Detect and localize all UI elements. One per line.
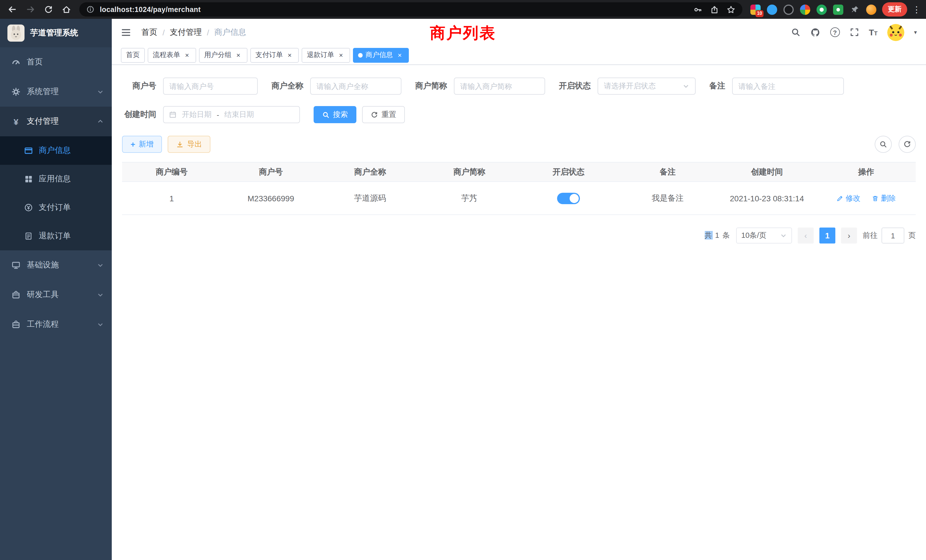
extension-dark-icon[interactable] [784, 4, 794, 15]
short-name-input[interactable] [454, 77, 545, 95]
extension-drop-icon[interactable] [767, 4, 777, 15]
tab-merchant-info[interactable]: 商户信息× [353, 48, 409, 62]
full-name-input[interactable] [310, 77, 401, 95]
browser-update-button[interactable]: 更新 [882, 2, 907, 17]
date-range-picker[interactable]: 开始日期 - 结束日期 [163, 106, 300, 123]
sidebar-item-system[interactable]: 系统管理 [0, 77, 112, 107]
table-header-row: 商户编号 商户号 商户全称 商户简称 开启状态 备注 创建时间 操作 [122, 162, 916, 182]
github-icon[interactable] [810, 27, 820, 37]
bookmark-star-icon[interactable] [726, 5, 735, 14]
font-size-icon[interactable]: TT [869, 28, 878, 36]
remark-input[interactable] [732, 77, 844, 95]
tab-user-group[interactable]: 用户分组× [199, 48, 247, 62]
sidebar-item-workflow[interactable]: 工作流程 [0, 310, 112, 339]
sidebar-item-pay-order[interactable]: 支付订单 [0, 193, 112, 222]
fullscreen-icon[interactable] [849, 27, 859, 37]
back-icon[interactable] [8, 5, 17, 14]
status-select[interactable]: 请选择开启状态 [598, 77, 696, 95]
payment-submenu: 商户信息 应用信息 支付订单 退款订单 [0, 136, 112, 250]
close-icon[interactable]: × [235, 51, 242, 59]
page-1-button[interactable]: 1 [819, 227, 835, 244]
app-window: 芋道管理系统 首页 系统管理 ¥ 支付管理 商户信息 [0, 19, 926, 560]
date-start-input[interactable]: 开始日期 [182, 109, 212, 120]
next-page-button[interactable]: › [841, 227, 857, 244]
tab-refund-order[interactable]: 退款订单× [302, 48, 350, 62]
add-button[interactable]: + 新增 [122, 136, 162, 153]
chevron-down-icon [97, 262, 104, 269]
breadcrumb-payment[interactable]: 支付管理 [170, 27, 202, 37]
user-avatar[interactable] [887, 24, 904, 41]
prev-page-button[interactable]: ‹ [798, 227, 814, 244]
merchant-no-input[interactable] [163, 77, 258, 95]
extension-green-square-icon[interactable] [833, 4, 843, 15]
sidebar-item-infrastructure[interactable]: 基础设施 [0, 250, 112, 280]
logo-rabbit-icon [8, 24, 24, 42]
cell-full-name: 芋道源码 [321, 182, 420, 215]
home-icon[interactable] [62, 5, 71, 14]
column-header: 商户简称 [420, 162, 519, 182]
tab-process-form[interactable]: 流程表单× [148, 48, 196, 62]
close-icon[interactable]: × [396, 51, 404, 59]
sidebar-item-label: 研发工具 [27, 290, 59, 300]
cell-short-name: 芋艿 [420, 182, 519, 215]
delete-link[interactable]: 删除 [872, 193, 896, 203]
download-icon [176, 141, 184, 148]
date-end-input[interactable]: 结束日期 [224, 109, 254, 120]
sidebar-item-label: 工作流程 [27, 319, 59, 330]
cell-actions: 修改 删除 [817, 182, 916, 215]
extension-grid-icon[interactable]: 10 [750, 4, 761, 15]
page-size-select[interactable]: 10条/页 [736, 227, 792, 244]
page-info-icon[interactable] [86, 5, 95, 14]
browser-extensions: 10 [750, 4, 876, 15]
tab-home[interactable]: 首页 [121, 48, 145, 62]
search-icon[interactable] [791, 27, 800, 37]
avatar-caret-icon[interactable]: ▾ [914, 29, 917, 35]
help-icon[interactable]: ? [830, 27, 840, 37]
share-icon[interactable] [710, 5, 719, 14]
sidebar-item-label: 支付管理 [27, 117, 59, 127]
forward-icon[interactable] [26, 5, 35, 14]
sidebar-item-refund-order[interactable]: 退款订单 [0, 222, 112, 250]
extension-badge: 10 [755, 10, 764, 17]
breadcrumb-home[interactable]: 首页 [141, 27, 157, 37]
date-range-separator: - [217, 110, 219, 119]
address-bar[interactable]: localhost:1024/pay/merchant [79, 2, 742, 17]
refresh-button[interactable] [899, 136, 916, 153]
goto-page-input[interactable] [882, 227, 904, 244]
extensions-pin-icon[interactable] [850, 4, 860, 15]
sidebar-item-dev-tools[interactable]: 研发工具 [0, 280, 112, 310]
edit-link[interactable]: 修改 [837, 193, 861, 203]
pay-order-icon [24, 203, 33, 212]
table-row: 1 M233666999 芋道源码 芋艿 我是备注 2021-10-23 08:… [122, 182, 916, 215]
filter-status: 开启状态 请选择开启状态 [559, 77, 696, 95]
export-button[interactable]: 导出 [168, 136, 210, 153]
sidebar-item-payment[interactable]: ¥ 支付管理 [0, 107, 112, 136]
app-title: 芋道管理系统 [30, 28, 78, 38]
sidebar-item-label: 支付订单 [39, 203, 71, 213]
main-panel: 首页 / 支付管理 / 商户信息 ? TT ▾ [112, 19, 926, 560]
cell-create-time: 2021-10-23 08:31:14 [717, 182, 817, 215]
browser-menu-icon[interactable]: ⋮ [912, 5, 921, 14]
sidebar-toggle-icon[interactable] [121, 27, 131, 37]
tab-pay-order[interactable]: 支付订单× [250, 48, 299, 62]
header-actions: ? TT ▾ [791, 24, 917, 41]
search-button[interactable]: 搜索 [313, 106, 356, 123]
reset-button[interactable]: 重置 [362, 106, 405, 123]
pagination-goto: 前往 页 [863, 227, 916, 244]
sidebar-item-home[interactable]: 首页 [0, 47, 112, 77]
show-search-button[interactable] [875, 136, 892, 153]
close-icon[interactable]: × [183, 51, 191, 59]
sidebar-item-merchant-info[interactable]: 商户信息 [0, 136, 112, 165]
app-logo[interactable]: 芋道管理系统 [0, 19, 112, 47]
short-name-label: 商户简称 [415, 81, 447, 91]
close-icon[interactable]: × [337, 51, 345, 59]
sidebar-item-app-info[interactable]: 应用信息 [0, 165, 112, 193]
profile-avatar-icon[interactable] [866, 4, 876, 15]
extension-green-circle-icon[interactable] [817, 4, 827, 15]
reload-icon[interactable] [44, 5, 53, 14]
close-icon[interactable]: × [286, 51, 294, 59]
status-toggle[interactable] [557, 192, 580, 204]
password-key-icon[interactable] [693, 5, 702, 14]
extension-color-icon[interactable] [800, 4, 810, 15]
chevron-down-icon [97, 321, 104, 328]
